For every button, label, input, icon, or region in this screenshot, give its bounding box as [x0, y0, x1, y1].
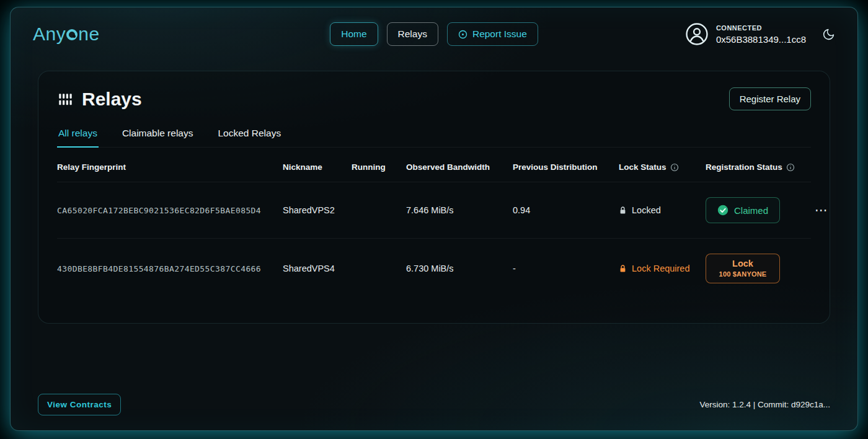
lock-button-amount: 100 $ANYONE — [719, 270, 767, 278]
lock-button-label: Lock — [732, 259, 753, 268]
lock-icon — [619, 264, 627, 273]
wallet-connection[interactable]: CONNECTED 0x56B3881349...1cc8 — [685, 22, 806, 46]
lock-status-cell: Locked — [619, 205, 706, 215]
registration-status-info-icon[interactable] — [786, 163, 795, 172]
table-row: CA65020FCA172BEBC9021536EC82D6F5BAE085D4… — [57, 182, 811, 238]
view-contracts-button[interactable]: View Contracts — [38, 394, 121, 415]
nav-relays-button[interactable]: Relays — [387, 22, 438, 46]
tab-all-relays[interactable]: All relays — [57, 125, 99, 147]
claimed-check-icon — [717, 205, 728, 216]
report-issue-icon — [458, 30, 467, 39]
relays-grid-icon — [57, 91, 73, 107]
nav-home-button[interactable]: Home — [330, 22, 378, 46]
table-header: Relay Fingerprint Nickname Running Obser… — [57, 148, 811, 182]
col-running: Running — [352, 162, 406, 172]
logo-o-icon — [66, 29, 78, 40]
lock-relay-button[interactable]: Lock 100 $ANYONE — [706, 254, 780, 283]
claimed-label: Claimed — [734, 205, 768, 216]
wallet-address: 0x56B3881349...1cc8 — [716, 34, 806, 45]
lock-status-cell: Lock Required — [619, 264, 706, 273]
report-issue-label: Report Issue — [472, 29, 527, 40]
observed-bandwidth: 7.646 MiB/s — [406, 205, 513, 215]
col-previous-distribution: Previous Distribution — [513, 162, 619, 172]
relay-nickname: SharedVPS2 — [283, 205, 352, 215]
avatar-icon — [685, 22, 709, 46]
logo-text-right: ne — [78, 24, 99, 45]
page-title: Relays — [82, 89, 142, 110]
col-observed-bandwidth: Observed Bandwidth — [406, 162, 513, 172]
nav-home-label: Home — [341, 29, 366, 40]
lock-status-info-icon[interactable] — [670, 163, 679, 172]
report-issue-button[interactable]: Report Issue — [447, 22, 538, 46]
main-nav: Home Relays Report Issue — [330, 22, 538, 46]
tab-claimable-relays[interactable]: Claimable relays — [121, 125, 195, 147]
col-lock-status-label: Lock Status — [619, 162, 666, 172]
nav-relays-label: Relays — [398, 29, 427, 40]
lock-status-text: Lock Required — [632, 264, 690, 273]
observed-bandwidth: 6.730 MiB/s — [406, 264, 513, 273]
col-lock-status: Lock Status — [619, 162, 706, 172]
col-registration-status: Registration Status — [706, 162, 811, 172]
app-frame: Anyne Home Relays Report Issue — [10, 7, 858, 431]
relay-fingerprint: 430DBE8BFB4DE81554876BA274ED55C387CC4666 — [57, 264, 283, 273]
page-footer: View Contracts Version: 1.2.4 | Commit: … — [11, 394, 857, 430]
tab-locked-relays[interactable]: Locked Relays — [216, 125, 282, 147]
relay-fingerprint: CA65020FCA172BEBC9021536EC82D6F5BAE085D4 — [57, 206, 283, 215]
relay-nickname: SharedVPS4 — [283, 264, 352, 273]
col-nickname: Nickname — [283, 162, 352, 172]
anyone-logo[interactable]: Anyne — [33, 24, 100, 45]
moon-icon — [822, 28, 835, 41]
table-row: 430DBE8BFB4DE81554876BA274ED55C387CC4666… — [57, 238, 811, 298]
register-relay-button[interactable]: Register Relay — [729, 87, 811, 110]
lock-icon — [619, 206, 627, 215]
col-relay-fingerprint: Relay Fingerprint — [57, 162, 283, 172]
relay-tabs: All relays Claimable relays Locked Relay… — [57, 125, 811, 148]
logo-text-left: Any — [33, 24, 66, 45]
previous-distribution: 0.94 — [513, 205, 619, 215]
previous-distribution: - — [513, 264, 619, 273]
relays-panel: Relays Register Relay All relays Claimab… — [38, 71, 830, 324]
col-registration-status-label: Registration Status — [706, 162, 782, 172]
wallet-status: CONNECTED — [716, 24, 806, 32]
dark-mode-toggle[interactable] — [822, 28, 835, 41]
version-info: Version: 1.2.4 | Commit: d929c1a... — [699, 400, 830, 409]
lock-status-text: Locked — [632, 205, 661, 215]
claimed-status-button[interactable]: Claimed — [706, 197, 780, 223]
top-bar: Anyne Home Relays Report Issue — [11, 7, 857, 55]
row-more-menu-button[interactable]: ⋯ — [811, 202, 832, 219]
